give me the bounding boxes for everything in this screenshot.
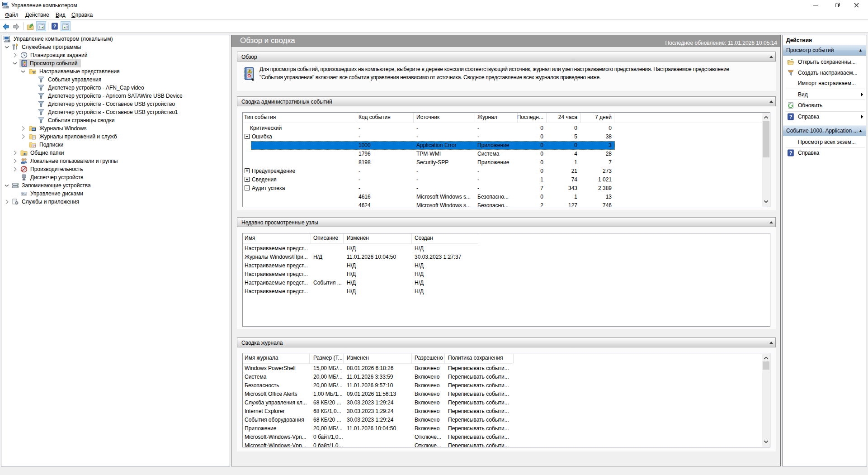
svg-text:?: ? <box>53 24 57 29</box>
svg-text:?: ? <box>789 150 793 156</box>
svg-text:?: ? <box>789 114 793 119</box>
